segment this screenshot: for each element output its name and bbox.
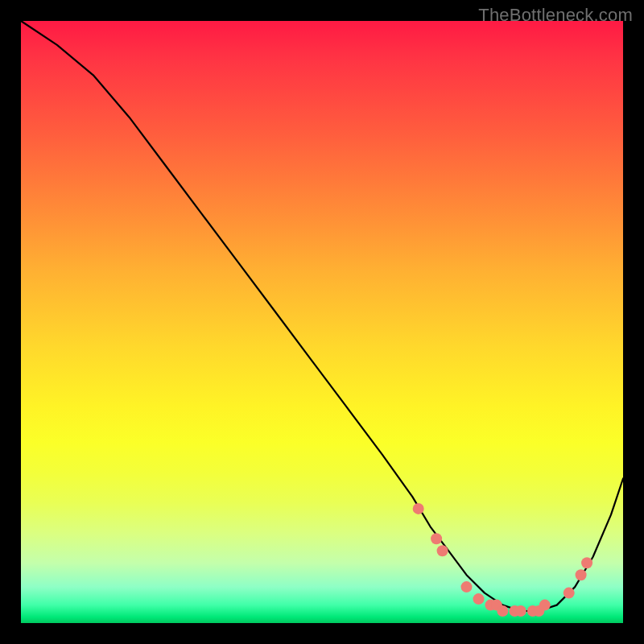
chart-marker xyxy=(576,569,587,580)
chart-marker xyxy=(515,605,526,617)
chart-svg xyxy=(21,21,623,623)
bottleneck-curve xyxy=(21,21,623,611)
chart-marker xyxy=(581,557,592,568)
chart-marker xyxy=(431,533,442,544)
chart-markers xyxy=(413,503,592,617)
chart-marker xyxy=(564,588,575,599)
chart-plot-area xyxy=(21,21,623,623)
chart-marker xyxy=(539,600,551,611)
chart-marker xyxy=(413,503,424,514)
chart-marker xyxy=(461,581,473,592)
chart-marker xyxy=(497,605,508,617)
chart-marker xyxy=(473,593,485,605)
chart-marker xyxy=(437,545,448,556)
chart-frame: TheBottleneck.com xyxy=(0,0,644,644)
